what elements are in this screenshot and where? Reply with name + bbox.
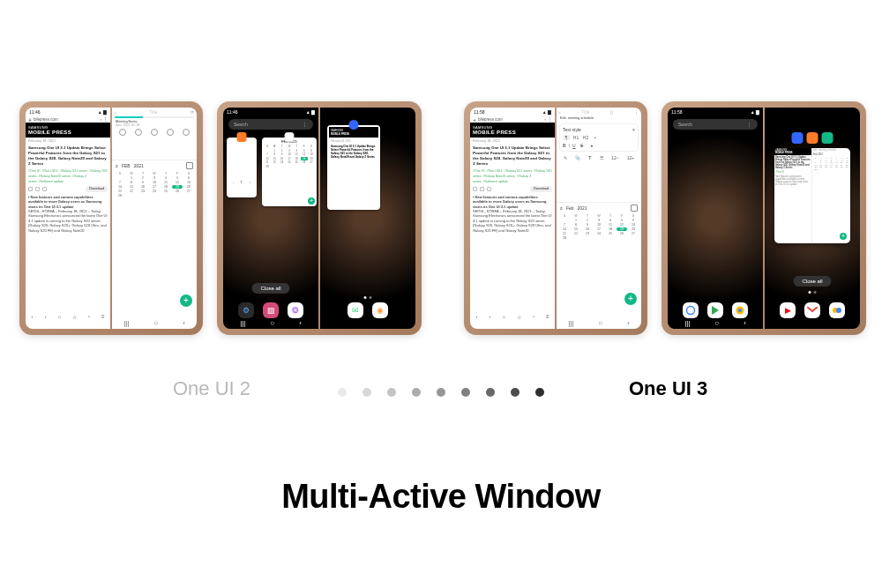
notes-title-field[interactable]: Title	[581, 109, 589, 115]
align-icon[interactable]: ☰	[600, 155, 603, 160]
menu-icon[interactable]: ≡	[101, 314, 105, 320]
forward-icon[interactable]: ›	[44, 314, 46, 320]
facebook-icon[interactable]	[28, 187, 33, 191]
messages-app-icon[interactable]: ✉	[348, 302, 363, 318]
url-bar[interactable]: bilepress.com ▫ ⋮	[470, 116, 555, 123]
style-normal[interactable]: ¶	[563, 135, 570, 140]
menu-icon[interactable]: ≡	[546, 314, 549, 320]
settings-app-icon[interactable]: ⚙	[238, 302, 254, 318]
notes-back-icon[interactable]: ‹	[115, 109, 116, 115]
text-tool[interactable]: T	[588, 155, 591, 160]
play-store-icon[interactable]	[707, 302, 723, 318]
forward-icon[interactable]: ›	[489, 314, 490, 320]
facebook-icon[interactable]	[473, 187, 477, 191]
link-icon[interactable]	[42, 187, 47, 191]
notes-loading	[115, 116, 194, 118]
bookmark-icon[interactable]: ☆	[517, 314, 521, 320]
chrome-icon[interactable]	[732, 302, 748, 318]
color-button[interactable]: ●	[588, 143, 595, 148]
google-app-icon[interactable]	[683, 302, 699, 318]
tabs-icon[interactable]: ▫	[88, 314, 90, 320]
back-button[interactable]: ‹	[299, 319, 302, 327]
close-all-button[interactable]: Close all	[251, 283, 289, 294]
twitter-icon[interactable]	[35, 187, 40, 191]
tool-more-icon[interactable]	[183, 129, 190, 136]
style-bullet[interactable]: •	[592, 135, 599, 140]
more-icon[interactable]: ⋮	[548, 117, 552, 122]
calendar-grid[interactable]: SMTWTFS123456789101112131415161718192021…	[112, 171, 197, 198]
close-all-button[interactable]: Close all	[793, 276, 831, 287]
home-button[interactable]: ○	[270, 319, 274, 327]
calendar-today-icon[interactable]	[186, 162, 193, 169]
home-button[interactable]: ○	[598, 319, 602, 327]
dock: ▶	[765, 302, 860, 318]
url-bar[interactable]: bilepress.com ▫ ⋮	[26, 116, 110, 123]
recents-button[interactable]: |||	[123, 319, 129, 327]
photos-icon[interactable]	[829, 302, 845, 318]
notes-bookmark-icon[interactable]: ▯	[610, 109, 613, 115]
home-icon[interactable]: ⌂	[57, 314, 61, 320]
tool-mic-icon[interactable]	[151, 129, 158, 136]
italic-button[interactable]: I	[569, 143, 570, 148]
tool-clock-icon[interactable]	[135, 129, 142, 136]
recent-group-card[interactable]: SAMSUNGMOBILE PRESS Samsung One UI 3.1 U…	[774, 148, 850, 243]
underline-button[interactable]: U	[572, 143, 576, 148]
notes-back-icon[interactable]: ‹	[559, 109, 561, 115]
youtube-icon[interactable]: ▶	[780, 302, 796, 318]
back-button[interactable]: ‹	[627, 319, 630, 327]
calendar-today-icon[interactable]	[631, 205, 638, 212]
download-button[interactable]: Download	[530, 186, 552, 192]
home-button[interactable]: ○	[153, 319, 158, 327]
pen-icon[interactable]: ✎	[564, 155, 567, 160]
strike-button[interactable]: S	[579, 143, 586, 148]
tool-image-icon[interactable]	[119, 129, 126, 136]
gallery-app-icon[interactable]: ▨	[263, 302, 279, 318]
calendar-menu-icon[interactable]: ≡	[560, 205, 563, 211]
search-more-icon[interactable]: ⋮	[747, 122, 752, 127]
bold-button[interactable]: B	[563, 143, 566, 148]
pane-browser: 11:58▲ ▇ bilepress.com ▫ ⋮ SAMSUNGMOBILE…	[470, 108, 555, 329]
mini-fab[interactable]: +	[840, 233, 847, 240]
tabs-icon[interactable]: ▫	[533, 314, 534, 320]
calendar-add-fab[interactable]: +	[624, 293, 637, 305]
more-icon[interactable]: ⋮	[103, 117, 108, 122]
home-button[interactable]: ○	[714, 319, 719, 327]
back-button[interactable]: ‹	[744, 319, 746, 327]
home-icon[interactable]: ⌂	[502, 314, 505, 320]
download-button[interactable]: Download	[86, 186, 108, 192]
store-app-icon[interactable]: ❂	[288, 302, 303, 318]
notes-title-field[interactable]: Title	[149, 109, 157, 115]
panel-close-icon[interactable]: ×	[632, 127, 635, 132]
bookmark-icon[interactable]: ☆	[72, 314, 77, 320]
calendar-add-fab[interactable]: +	[180, 294, 192, 307]
back-icon[interactable]: ‹	[475, 314, 477, 320]
attach-icon[interactable]: 📎	[575, 155, 580, 160]
tab-switcher-icon[interactable]: ▫	[100, 117, 101, 122]
internet-app-icon[interactable]: ◉	[372, 302, 388, 318]
twitter-icon[interactable]	[480, 187, 484, 191]
notes-reader-icon[interactable]: ⟳	[191, 109, 194, 115]
font-size-down[interactable]: 12–	[611, 155, 618, 160]
search-field[interactable]: Search ⋮	[228, 119, 313, 130]
back-icon[interactable]: ‹	[31, 314, 33, 320]
gmail-icon[interactable]	[804, 302, 820, 318]
mini-fab[interactable]: +	[308, 197, 315, 205]
link-icon[interactable]	[487, 187, 491, 191]
style-h1[interactable]: H1	[572, 135, 579, 140]
search-field[interactable]: Search ⋮	[673, 119, 758, 130]
calendar-grid[interactable]: SMTWTFS123456789101112131415161718192021…	[557, 213, 641, 241]
tab-switcher-icon[interactable]: ▫	[544, 117, 546, 122]
tool-text-icon[interactable]	[167, 129, 174, 136]
recent-card-calendar[interactable]: FEB 2021 SMTWTFS123456789101112131415161…	[262, 138, 317, 206]
back-button[interactable]: ‹	[183, 319, 185, 327]
recent-card-notes[interactable]: ▫T□	[227, 138, 257, 197]
notes-more-icon[interactable]: ⋮	[634, 109, 639, 115]
calendar-menu-icon[interactable]: ≡	[116, 163, 118, 168]
style-h2[interactable]: H2	[582, 135, 589, 140]
search-more-icon[interactable]: ⋮	[303, 122, 308, 127]
recents-button[interactable]: |||	[684, 319, 690, 327]
font-size-up[interactable]: 12+	[627, 155, 634, 160]
recents-button[interactable]: |||	[240, 319, 245, 327]
recent-card-internet[interactable]: SAMSUNGMOBILE PRESS February 18, 2021 Sa…	[327, 125, 380, 210]
recents-button[interactable]: |||	[568, 319, 573, 327]
